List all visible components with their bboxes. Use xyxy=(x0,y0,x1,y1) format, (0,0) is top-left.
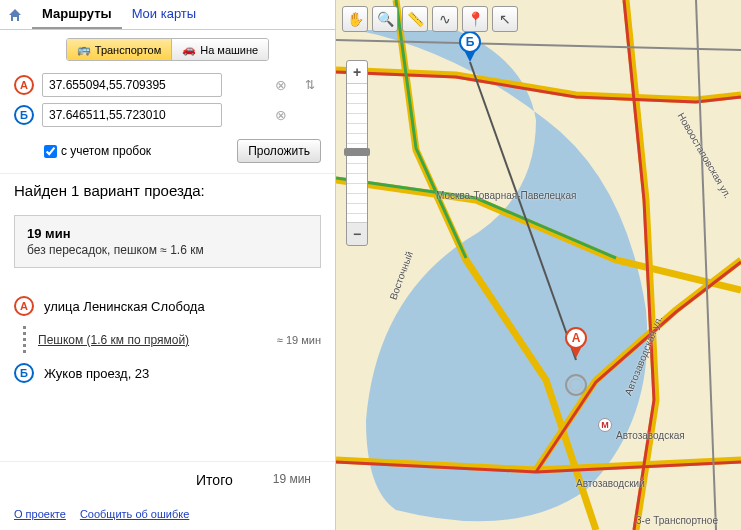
clear-a-icon[interactable]: ⊗ xyxy=(275,77,287,93)
traffic-checkbox[interactable] xyxy=(44,145,57,158)
map-pin-a-label: А xyxy=(565,327,587,349)
map-label-trod: 3-е Транспортное xyxy=(636,515,718,526)
mode-transport[interactable]: 🚌 Транспортом xyxy=(67,39,171,60)
map-pin-b[interactable]: Б xyxy=(459,31,481,62)
walk-dots-icon xyxy=(20,326,28,353)
control-row: с учетом пробок Проложить xyxy=(0,137,335,173)
route-end-label: Жуков проезд, 23 xyxy=(44,366,149,381)
about-link[interactable]: О проекте xyxy=(14,508,66,520)
map-pin-a[interactable]: А xyxy=(565,327,587,358)
pin-b-label: Б xyxy=(14,105,34,125)
footer-links: О проекте Сообщить об ошибке xyxy=(0,498,335,530)
map-label-avtoz-station: Автозаводская xyxy=(616,430,685,441)
row-a: А ⊗ ⇅ xyxy=(14,73,321,97)
tab-routes[interactable]: Маршруты xyxy=(32,0,122,29)
route-inputs: А ⊗ ⇅ Б ⊗ ⇅ xyxy=(0,69,335,137)
map-label-pavel: Москва-Товарная-Павелецкая xyxy=(436,190,576,201)
car-icon: 🚗 xyxy=(182,43,196,56)
route-step-text[interactable]: Пешком (1.6 км по прямой) xyxy=(38,333,267,347)
tool-select-icon[interactable]: ↖ xyxy=(492,6,518,32)
traffic-checkbox-label[interactable]: с учетом пробок xyxy=(44,144,151,158)
row-b: Б ⊗ ⇅ xyxy=(14,103,321,127)
point-b-input[interactable] xyxy=(42,103,222,127)
tool-marker-icon[interactable]: 📍 xyxy=(462,6,488,32)
route-end: Б Жуков проезд, 23 xyxy=(14,363,321,383)
total-value: 19 мин xyxy=(273,472,311,488)
zoom-control: + − xyxy=(346,60,368,246)
route-start: А улица Ленинская Слобода xyxy=(14,296,321,316)
route-step: Пешком (1.6 км по прямой) ≈ 19 мин xyxy=(20,326,321,353)
mode-transport-label: Транспортом xyxy=(95,44,161,56)
route-step-time: ≈ 19 мин xyxy=(277,334,321,346)
side-panel: Маршруты Мои карты 🚌 Транспортом 🚗 На ма… xyxy=(0,0,336,530)
zoom-track[interactable] xyxy=(347,83,367,223)
top-bar: Маршруты Мои карты xyxy=(0,0,335,30)
total-row: Итого 19 мин xyxy=(0,461,335,498)
tab-mymaps[interactable]: Мои карты xyxy=(122,0,207,29)
mode-car-label: На машине xyxy=(200,44,258,56)
metro-icon[interactable]: М xyxy=(598,418,612,432)
tool-route-icon[interactable]: ∿ xyxy=(432,6,458,32)
clear-b-icon[interactable]: ⊗ xyxy=(275,107,287,123)
traffic-label: с учетом пробок xyxy=(61,144,151,158)
found-heading: Найден 1 вариант проезда: xyxy=(0,173,335,207)
map-pin-b-label: Б xyxy=(459,31,481,53)
map-toolbar: ✋ 🔍 📏 ∿ 📍 ↖ xyxy=(342,6,518,32)
point-a-input[interactable] xyxy=(42,73,222,97)
route-start-label: улица Ленинская Слобода xyxy=(44,299,205,314)
total-label: Итого xyxy=(196,472,233,488)
tool-ruler-icon[interactable]: 📏 xyxy=(402,6,428,32)
tool-zoom-icon[interactable]: 🔍 xyxy=(372,6,398,32)
swap-icon[interactable]: ⇅ xyxy=(305,78,321,92)
map-canvas xyxy=(336,0,741,530)
pin-a-label: А xyxy=(14,75,34,95)
report-link[interactable]: Сообщить об ошибке xyxy=(80,508,189,520)
map-label-avtozavod: Автозаводский xyxy=(576,478,645,489)
home-icon[interactable] xyxy=(6,6,24,24)
pin-b-icon: Б xyxy=(14,363,34,383)
mode-car[interactable]: 🚗 На машине xyxy=(171,39,268,60)
zoom-in-button[interactable]: + xyxy=(347,61,367,83)
map-area[interactable]: Москва-Товарная-Павелецкая Восточный Авт… xyxy=(336,0,741,530)
tab-bar: Маршруты Мои карты xyxy=(32,0,206,29)
summary-time: 19 мин xyxy=(27,226,308,241)
route-details: А улица Ленинская Слобода Пешком (1.6 км… xyxy=(0,276,335,461)
mode-row: 🚌 Транспортом 🚗 На машине xyxy=(0,30,335,69)
route-summary[interactable]: 19 мин без пересадок, пешком ≈ 1.6 км xyxy=(14,215,321,268)
mode-group: 🚌 Транспортом 🚗 На машине xyxy=(66,38,269,61)
zoom-out-button[interactable]: − xyxy=(347,223,367,245)
build-route-button[interactable]: Проложить xyxy=(237,139,321,163)
zoom-handle[interactable] xyxy=(344,148,370,156)
tool-pan-icon[interactable]: ✋ xyxy=(342,6,368,32)
pin-a-icon: А xyxy=(14,296,34,316)
bus-icon: 🚌 xyxy=(77,43,91,56)
summary-desc: без пересадок, пешком ≈ 1.6 км xyxy=(27,243,308,257)
